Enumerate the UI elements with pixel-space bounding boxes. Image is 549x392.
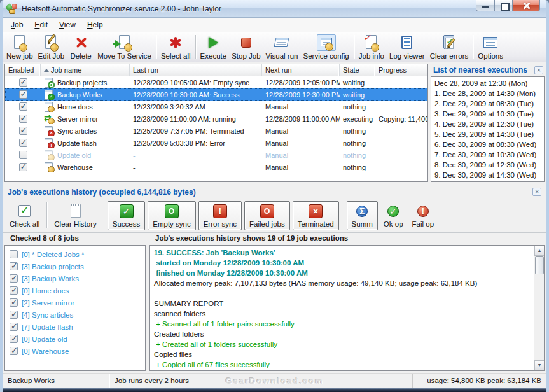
job-checkbox[interactable] bbox=[10, 311, 18, 319]
filter-button-empty-sync[interactable]: Empty sync bbox=[148, 201, 195, 230]
enabled-checkbox[interactable] bbox=[19, 90, 27, 99]
job-row-backup-works[interactable]: Backup Works12/28/2009 10:30:00 AM: Succ… bbox=[5, 88, 427, 101]
job-name: Home docs bbox=[57, 103, 93, 111]
enabled-checkbox[interactable] bbox=[19, 139, 27, 147]
enabled-checkbox[interactable] bbox=[19, 163, 27, 171]
close-button[interactable] bbox=[513, 0, 540, 11]
column-header-last-run[interactable]: Last run bbox=[130, 64, 262, 76]
column-header-next-run[interactable]: Next run bbox=[262, 64, 340, 76]
cell-next-run: Manual bbox=[262, 151, 340, 159]
toolbar-button-stop-job[interactable]: Stop Job bbox=[229, 33, 263, 61]
filter-button-summ[interactable]: ΣSumm bbox=[347, 201, 378, 230]
maximize-button[interactable] bbox=[494, 0, 513, 11]
job-checkbox[interactable] bbox=[10, 286, 18, 295]
menu-item-edit[interactable]: Edit bbox=[29, 18, 53, 31]
filter-button-label: Ok op bbox=[384, 220, 403, 228]
toolbar-button-delete[interactable]: Delete bbox=[67, 33, 95, 61]
history-line bbox=[154, 288, 529, 298]
toolbar-button-select-all[interactable]: Select all bbox=[158, 33, 193, 61]
enabled-checkbox[interactable] bbox=[19, 115, 27, 123]
column-header-job-name[interactable]: Job name bbox=[41, 64, 130, 76]
job-status-icon bbox=[44, 126, 55, 136]
cell-last-run: - bbox=[130, 151, 262, 159]
job-status-icon bbox=[44, 102, 55, 112]
job-checkbox-item-2-server-mirror[interactable]: [2] Server mirror bbox=[5, 297, 145, 309]
column-header-enabled[interactable]: Enabled bbox=[5, 64, 41, 76]
filter-button-label: Fail op bbox=[412, 220, 434, 228]
job-row-server-mirror[interactable]: Server mirror12/28/2009 11:00:00 AM: run… bbox=[5, 113, 427, 125]
toolbar-button-service-config[interactable]: Service config bbox=[301, 33, 352, 61]
job-checkbox[interactable] bbox=[10, 323, 18, 331]
scroll-up-icon[interactable]: ▲ bbox=[534, 246, 545, 256]
job-status-icon bbox=[44, 114, 55, 124]
column-header-progress[interactable]: Progress bbox=[375, 64, 427, 76]
toolbar-separator bbox=[354, 35, 354, 59]
toolbar-button-clear-errors[interactable]: Clear errors bbox=[427, 33, 471, 61]
job-checkbox-item-0-home-docs[interactable]: [0] Home docs bbox=[5, 284, 145, 297]
menu-item-job[interactable]: Job bbox=[5, 18, 29, 31]
job-checkbox-item-3-backup-projects[interactable]: [3] Backup projects bbox=[5, 260, 145, 272]
filter-button-error-sync[interactable]: !Error sync bbox=[198, 201, 242, 230]
job-checkbox-item-0-deleted-jobs[interactable]: [0] * Deleted Jobs * bbox=[5, 248, 145, 260]
toolbar-button-edit-job[interactable]: Edit Job bbox=[36, 33, 67, 61]
job-checkbox[interactable] bbox=[10, 347, 18, 355]
job-row-sync-articles[interactable]: Sync articles12/25/2009 7:37:05 PM: Term… bbox=[5, 125, 427, 137]
job-checkbox-item-7-update-flash[interactable]: [7] Update flash bbox=[5, 321, 145, 333]
job-checkbox[interactable] bbox=[10, 274, 18, 283]
scroll-down-icon[interactable]: ▼ bbox=[534, 360, 545, 370]
enabled-checkbox[interactable] bbox=[19, 127, 27, 135]
toolbar-button-label: Select all bbox=[161, 52, 191, 60]
toolbar-button-job-info[interactable]: Job info bbox=[356, 33, 387, 61]
filter-button-check-all[interactable]: Check all bbox=[5, 201, 44, 230]
menu-item-help[interactable]: Help bbox=[81, 18, 109, 31]
enabled-checkbox[interactable] bbox=[19, 78, 27, 87]
job-row-update-old[interactable]: Update old-Manualnothing bbox=[5, 149, 427, 161]
title-bar[interactable]: Heatsoft Automatic Synchronizer service … bbox=[3, 0, 546, 18]
filter-button-failed-jobs[interactable]: Failed jobs bbox=[244, 201, 290, 230]
cell-next-run: Manual bbox=[262, 164, 340, 171]
job-checkbox-item-0-warehouse[interactable]: [0] Warehouse bbox=[5, 345, 145, 357]
toolbar-button-options[interactable]: Options bbox=[475, 33, 506, 61]
cell-progress: Copying: 11,400 bbox=[375, 115, 427, 123]
job-checkbox-label: [4] Sync articles bbox=[22, 311, 73, 319]
filter-button-terminated[interactable]: ×Terminated bbox=[293, 201, 339, 230]
filter-button-ok-op[interactable]: ✓Ok op bbox=[379, 201, 408, 230]
checked-jobs-list: [0] * Deleted Jobs *[3] Backup projects[… bbox=[5, 246, 145, 360]
job-row-home-docs[interactable]: Home docs12/23/2009 3:20:32 AMManualnoth… bbox=[5, 101, 427, 113]
cell-next-run: Manual bbox=[262, 103, 340, 111]
cell-state: waiting bbox=[340, 91, 375, 99]
toolbar-button-new-job[interactable]: New job bbox=[4, 33, 36, 61]
job-row-update-flash[interactable]: Update flash12/25/2009 5:03:38 PM: Error… bbox=[5, 137, 427, 149]
job-checkbox[interactable] bbox=[10, 262, 18, 270]
toolbar-separator bbox=[156, 35, 156, 59]
nearest-executions-title: List of nearest executions bbox=[433, 66, 534, 74]
job-row-warehouse[interactable]: Warehouse-Manualnothing bbox=[5, 161, 427, 173]
cell-state: nothing bbox=[340, 164, 375, 171]
job-checkbox-item-0-update-old[interactable]: [0] Update old bbox=[5, 333, 145, 345]
jobs-table-header: EnabledJob nameLast runNext runStateProg… bbox=[5, 64, 427, 76]
job-checkbox[interactable] bbox=[10, 335, 18, 343]
toolbar-button-log-viewer[interactable]: Log viewer bbox=[387, 33, 427, 61]
window-title: Heatsoft Automatic Synchronizer service … bbox=[22, 4, 221, 13]
toolbar-button-execute[interactable]: Execute bbox=[198, 33, 230, 61]
scrollbar[interactable]: ▲ ▼ bbox=[534, 246, 544, 370]
job-checkbox[interactable] bbox=[10, 298, 18, 307]
execution-list-item: 3. Dec 29, 2009 at 10:30 (Tue) bbox=[431, 109, 544, 119]
enabled-checkbox[interactable] bbox=[19, 151, 27, 159]
toolbar-button-move-to-service[interactable]: Move To Service bbox=[95, 33, 154, 61]
minimize-button[interactable] bbox=[476, 0, 494, 11]
filter-button-clear-history[interactable]: Clear History bbox=[50, 201, 101, 230]
menu-item-view[interactable]: View bbox=[53, 18, 81, 31]
job-checkbox[interactable] bbox=[10, 250, 18, 258]
enabled-checkbox[interactable] bbox=[19, 102, 27, 111]
toolbar-button-visual-run[interactable]: Visual run bbox=[263, 33, 301, 61]
job-checkbox-item-3-backup-works[interactable]: [3] Backup Works bbox=[5, 272, 145, 284]
panel-close-icon[interactable]: ✕ bbox=[534, 66, 543, 74]
job-checkbox-item-4-sync-articles[interactable]: [4] Sync articles bbox=[5, 309, 145, 321]
filter-button-fail-op[interactable]: !Fail op bbox=[408, 201, 439, 230]
scrollbar-thumb[interactable] bbox=[535, 256, 544, 274]
job-row-backup-projects[interactable]: Backup projects12/28/2009 10:05:00 AM: E… bbox=[5, 76, 427, 88]
filter-button-success[interactable]: ✓Success bbox=[108, 201, 145, 230]
column-header-state[interactable]: State bbox=[340, 64, 375, 76]
history-close-icon[interactable]: ✕ bbox=[532, 188, 541, 196]
